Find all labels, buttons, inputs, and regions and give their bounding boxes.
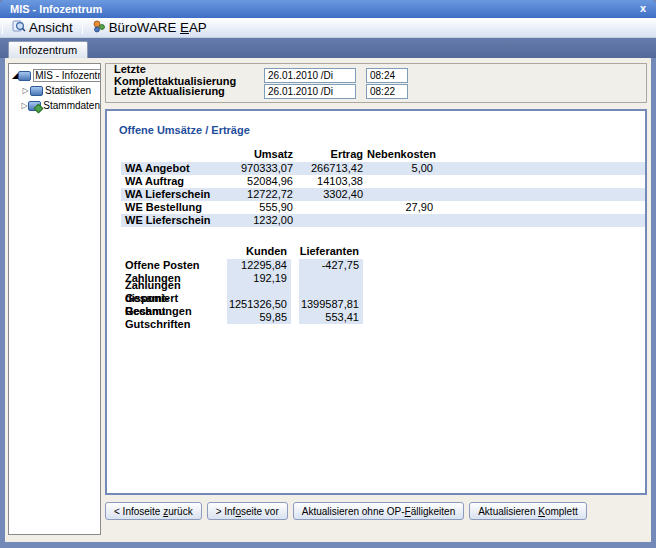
cell-value: [227, 285, 291, 298]
row-label: WE Lieferschein: [121, 214, 227, 227]
table-header-row: Umsatz Ertrag Nebenkosten: [121, 148, 645, 161]
cell-value: [299, 285, 363, 298]
tree-item-label[interactable]: Stammdaten: [43, 100, 100, 111]
cell-value: 59,85: [227, 311, 291, 324]
cell-value: 14103,38: [297, 175, 367, 188]
posten-table: Kunden Lieferanten Offene Posten 12295,8…: [121, 245, 645, 324]
footer-button-bar: < Infoseite zurück > Infoseite vor Aktua…: [105, 502, 647, 520]
row-label: Gesamt Gutschriften: [121, 305, 227, 331]
row-label: Offene Posten: [121, 259, 227, 272]
header-cell-umsatz: Umsatz: [227, 148, 297, 161]
tab-infozentrum[interactable]: Infozentrum: [8, 41, 88, 58]
row-label: WE Bestellung: [121, 201, 227, 214]
cell-value: 3302,40: [297, 188, 367, 201]
tree-item-stammdaten[interactable]: ▷ Stammdaten: [9, 98, 100, 113]
infoseite-zurueck-button[interactable]: < Infoseite zurück: [105, 502, 202, 520]
update-label: Letzte Komplettaktualisierung: [114, 63, 264, 87]
table-header-row: Kunden Lieferanten: [121, 245, 645, 258]
row-label: WA Lieferschein: [121, 188, 227, 201]
monitor-icon: [30, 86, 43, 96]
buroware-eap-label: BüroWARE EAP: [109, 20, 207, 35]
cell-value: 52084,96: [227, 175, 297, 188]
date-field[interactable]: [264, 84, 356, 99]
cell-value: -427,75: [299, 259, 363, 272]
table-row: Gesamt Gutschriften 59,85 553,41: [121, 311, 645, 324]
cell-value: 12295,84: [227, 259, 291, 272]
cell-value: 1251326,50: [227, 298, 291, 311]
tree-panel: ◢ MIS - Infozentrum ▷ Statistiken ▷ Stam…: [8, 63, 101, 535]
cell-value: 12722,72: [227, 188, 297, 201]
toolbar-grip: [2, 21, 3, 34]
header-cell-kunden: Kunden: [227, 245, 291, 258]
header-cell-lieferanten: Lieferanten: [299, 245, 363, 258]
cell-value: [299, 272, 363, 285]
main-panel: Offene Umsätze / Erträge Umsatz Ertrag N…: [105, 109, 647, 495]
table-row: WA Lieferschein 12722,72 3302,40: [121, 188, 645, 201]
collapse-arrow-icon[interactable]: ▷: [21, 98, 28, 113]
table-row: WE Bestellung 555,90 27,90: [121, 201, 645, 214]
date-field[interactable]: [264, 68, 356, 83]
cell-value: 553,41: [299, 311, 363, 324]
tree-item-label[interactable]: Statistiken: [45, 85, 91, 96]
magnifier-icon: [12, 19, 26, 36]
table-row: Offene Posten 12295,84 -427,75: [121, 259, 645, 272]
infoseite-vor-button[interactable]: > Infoseite vor: [207, 502, 288, 520]
collapse-arrow-icon[interactable]: ▷: [21, 83, 30, 98]
cell-value: 1399587,81: [299, 298, 363, 311]
update-label: Letzte Aktualisierung: [114, 85, 264, 97]
app-window: MIS - Infozentrum x Ansicht: [0, 0, 656, 548]
section-title: Offene Umsätze / Erträge: [119, 124, 645, 136]
ansicht-button[interactable]: Ansicht: [6, 19, 79, 37]
content-area: ◢ MIS - Infozentrum ▷ Statistiken ▷ Stam…: [0, 58, 656, 548]
close-button[interactable]: x: [640, 2, 646, 15]
cell-value: 5,00: [367, 162, 437, 175]
header-cell-nebenkosten: Nebenkosten: [367, 148, 437, 161]
aktualisieren-komplett-button[interactable]: Aktualisieren Komplett: [469, 502, 587, 520]
tabstrip: Infozentrum: [0, 38, 656, 58]
tree-item-label[interactable]: MIS - Infozentrum: [33, 69, 101, 82]
table-row: WA Angebot 970333,07 266713,42 5,00: [121, 162, 645, 175]
umsaetze-table: Umsatz Ertrag Nebenkosten WA Angebot 970…: [121, 148, 645, 227]
cell-value: 555,90: [227, 201, 297, 214]
cell-value: 1232,00: [227, 214, 297, 227]
cell-value: 192,19: [227, 272, 291, 285]
toolbar: Ansicht BüroWARE EAP: [0, 18, 656, 38]
tree-item-statistiken[interactable]: ▷ Statistiken: [9, 83, 100, 98]
titlebar: MIS - Infozentrum x: [0, 0, 656, 18]
window-title: MIS - Infozentrum: [10, 3, 102, 15]
right-column: Letzte Komplettaktualisierung Letzte Akt…: [105, 63, 647, 542]
buroware-eap-button[interactable]: BüroWARE EAP: [86, 19, 213, 37]
row-label: WA Angebot: [121, 162, 227, 175]
monitor-icon: [18, 71, 31, 81]
table-row: WA Auftrag 52084,96 14103,38: [121, 175, 645, 188]
aktualisieren-ohne-op-button[interactable]: Aktualisieren ohne OP-Fälligkeiten: [293, 502, 464, 520]
ansicht-label: Ansicht: [29, 20, 73, 35]
toolbar-separator: [82, 21, 83, 34]
buroware-icon: [92, 19, 106, 36]
update-row: Letzte Aktualisierung: [114, 83, 638, 99]
time-field[interactable]: [366, 84, 408, 99]
cell-value: 266713,42: [297, 162, 367, 175]
update-row: Letzte Komplettaktualisierung: [114, 67, 638, 83]
update-box: Letzte Komplettaktualisierung Letzte Akt…: [105, 63, 647, 103]
close-icon: x: [640, 2, 646, 14]
cell-value: 27,90: [367, 201, 437, 214]
tab-label: Infozentrum: [19, 44, 77, 56]
header-cell-ertrag: Ertrag: [297, 148, 367, 161]
time-field[interactable]: [366, 68, 408, 83]
cell-value: 970333,07: [227, 162, 297, 175]
table-row: WE Lieferschein 1232,00: [121, 214, 645, 227]
row-label: WA Auftrag: [121, 175, 227, 188]
tree-item-mis-infozentrum[interactable]: ◢ MIS - Infozentrum: [9, 68, 100, 83]
monitor-pencil-icon: [28, 101, 41, 111]
